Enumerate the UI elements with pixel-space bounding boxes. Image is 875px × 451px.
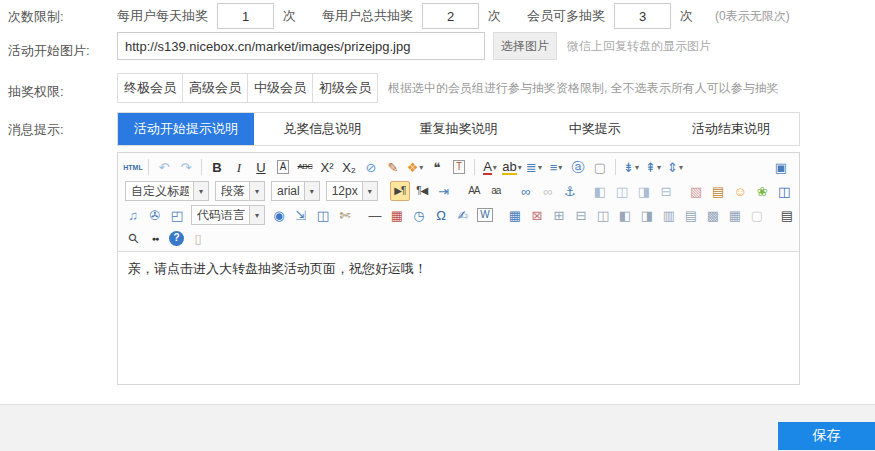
- remove-format-icon[interactable]: ⊘: [361, 157, 381, 177]
- image-inline-icon[interactable]: ◫: [612, 181, 632, 201]
- insert-image-icon[interactable]: ▤: [708, 181, 728, 201]
- ordered-list-icon[interactable]: ≣▾: [524, 157, 544, 177]
- start-image-url-input[interactable]: [117, 32, 485, 60]
- insert-music-icon[interactable]: ♫: [123, 205, 143, 225]
- image-center-icon[interactable]: ⊟: [656, 181, 676, 201]
- help-icon[interactable]: ?: [169, 231, 184, 246]
- italic-icon[interactable]: I: [229, 157, 249, 177]
- table-align-left-icon[interactable]: ▥: [659, 205, 679, 225]
- image-placeholder-icon[interactable]: ▧: [686, 181, 706, 201]
- screen-capture-icon[interactable]: ✄: [335, 205, 355, 225]
- save-button[interactable]: 保存: [778, 422, 875, 450]
- undo-icon[interactable]: ↶: [154, 157, 174, 177]
- split-cells-icon[interactable]: ◨: [637, 205, 657, 225]
- table-grid-icon[interactable]: ▦: [725, 205, 745, 225]
- insert-col-icon[interactable]: ◫: [593, 205, 613, 225]
- rtl-icon[interactable]: ¶◀: [412, 181, 432, 201]
- font-family-select[interactable]: arial▾: [271, 181, 320, 201]
- highlight-color-icon[interactable]: ab▾: [502, 157, 522, 177]
- search-replace-icon[interactable]: ●●: [145, 228, 165, 248]
- insert-date-icon[interactable]: ▦: [387, 205, 407, 225]
- print-icon[interactable]: ▤: [777, 205, 797, 225]
- table-full-width-icon[interactable]: ▩: [703, 205, 723, 225]
- subscript-icon[interactable]: X₂: [339, 157, 359, 177]
- editor-content[interactable]: 亲，请点击进入大转盘抽奖活动页面，祝您好运哦！: [118, 252, 799, 390]
- pick-image-button[interactable]: 选择图片: [493, 32, 557, 60]
- indent-icon[interactable]: ⇥: [434, 181, 454, 201]
- insert-table-icon[interactable]: ▦: [505, 205, 525, 225]
- tab-win-prompt[interactable]: 中奖提示: [527, 113, 663, 145]
- word-import-icon[interactable]: W: [475, 205, 495, 225]
- table-align-right-icon[interactable]: ▤: [681, 205, 701, 225]
- page-break-icon[interactable]: ⇲: [291, 205, 311, 225]
- permission-junior-member-button[interactable]: 初级会员: [312, 73, 378, 103]
- tab-repeat-draw[interactable]: 重复抽奖说明: [390, 113, 526, 145]
- special-char-icon[interactable]: Ω: [431, 205, 451, 225]
- superscript-icon[interactable]: X²: [317, 157, 337, 177]
- total-draw-label: 每用户总共抽奖: [322, 7, 413, 25]
- formula-icon[interactable]: ✍: [453, 205, 473, 225]
- columns-icon[interactable]: ◫: [313, 205, 333, 225]
- font-border-icon[interactable]: A: [273, 157, 293, 177]
- unlink-icon[interactable]: ∞: [538, 181, 558, 201]
- link-icon[interactable]: ∞: [516, 181, 536, 201]
- style-select[interactable]: 自定义标题▾: [125, 181, 209, 201]
- emotion-icon[interactable]: ☺: [730, 181, 750, 201]
- preview-icon[interactable]: ⚲: [119, 224, 147, 252]
- paragraph-select[interactable]: 段落▾: [215, 181, 265, 201]
- permission-intermediate-member-button[interactable]: 中级会员: [247, 73, 313, 103]
- insert-video-icon[interactable]: ◫: [774, 181, 794, 201]
- fullscreen-icon[interactable]: ▣: [771, 157, 791, 177]
- to-uppercase-icon[interactable]: AA: [464, 181, 484, 201]
- anchor-icon[interactable]: ⚓: [560, 181, 580, 201]
- insert-frame-icon[interactable]: ◰: [167, 205, 187, 225]
- redo-icon[interactable]: ↷: [176, 157, 196, 177]
- member-extra-draw-input[interactable]: [614, 3, 671, 29]
- permission-senior-member-button[interactable]: 高级会员: [182, 73, 248, 103]
- blockquote-icon[interactable]: ❝: [427, 157, 447, 177]
- tab-redeem-info[interactable]: 兑奖信息说明: [254, 113, 390, 145]
- font-size-select[interactable]: 12px▾: [326, 181, 378, 201]
- delete-table-icon[interactable]: ⊠: [527, 205, 547, 225]
- code-block-icon[interactable]: ◉: [269, 205, 289, 225]
- tab-activity-end[interactable]: 活动结束说明: [663, 113, 799, 145]
- per-day-draw-input[interactable]: [217, 3, 274, 29]
- ltr-icon[interactable]: ▶¶: [390, 181, 410, 201]
- underline-icon[interactable]: U: [251, 157, 271, 177]
- text-align-icon[interactable]: ⇞▾: [643, 157, 663, 177]
- image-align-left-icon[interactable]: ◧: [590, 181, 610, 201]
- font-color-icon[interactable]: A▾: [480, 157, 500, 177]
- auto-typeset-icon[interactable]: ❖▾: [405, 157, 425, 177]
- paragraph-spacing-icon[interactable]: ⇟▾: [621, 157, 641, 177]
- new-document-icon[interactable]: ▢: [590, 157, 610, 177]
- paste-text-icon[interactable]: T: [449, 157, 469, 177]
- limit-hint: (0表示无限次): [715, 8, 790, 25]
- strikethrough-icon[interactable]: ABC: [295, 157, 315, 177]
- line-height-icon[interactable]: ⇕▾: [665, 157, 685, 177]
- paste-icon[interactable]: ▯: [188, 228, 208, 248]
- format-brush-icon[interactable]: ✎: [383, 157, 403, 177]
- per-day-draw-label: 每用户每天抽奖: [117, 7, 208, 25]
- member-extra-unit-label: 次: [680, 7, 693, 25]
- attachment-icon[interactable]: ✇: [145, 205, 165, 225]
- image-align-right-icon[interactable]: ◨: [634, 181, 654, 201]
- auto-link-icon[interactable]: ⓐ: [568, 157, 588, 177]
- chevron-down-icon: ▾: [304, 182, 319, 200]
- horizontal-rule-icon[interactable]: —: [365, 205, 385, 225]
- insert-row-icon[interactable]: ⊟: [571, 205, 591, 225]
- table-title-icon[interactable]: ⊞: [549, 205, 569, 225]
- tab-activity-start-tip[interactable]: 活动开始提示说明: [118, 113, 254, 145]
- html-source-button[interactable]: HTML: [123, 157, 143, 177]
- to-lowercase-icon[interactable]: aa: [486, 181, 506, 201]
- per-day-unit-label: 次: [283, 7, 296, 25]
- insert-time-icon[interactable]: ◷: [409, 205, 429, 225]
- total-draw-input[interactable]: [422, 3, 479, 29]
- code-language-select[interactable]: 代码语言▾: [191, 205, 265, 225]
- bold-icon[interactable]: B: [207, 157, 227, 177]
- member-group-buttons: 终极会员高级会员中级会员初级会员: [117, 73, 378, 103]
- merge-cells-icon[interactable]: ◧: [615, 205, 635, 225]
- scrawl-icon[interactable]: ❀: [752, 181, 772, 201]
- permission-ultimate-member-button[interactable]: 终极会员: [117, 73, 183, 103]
- page-template-icon[interactable]: ▢: [747, 205, 767, 225]
- unordered-list-icon[interactable]: ≡▾: [546, 157, 566, 177]
